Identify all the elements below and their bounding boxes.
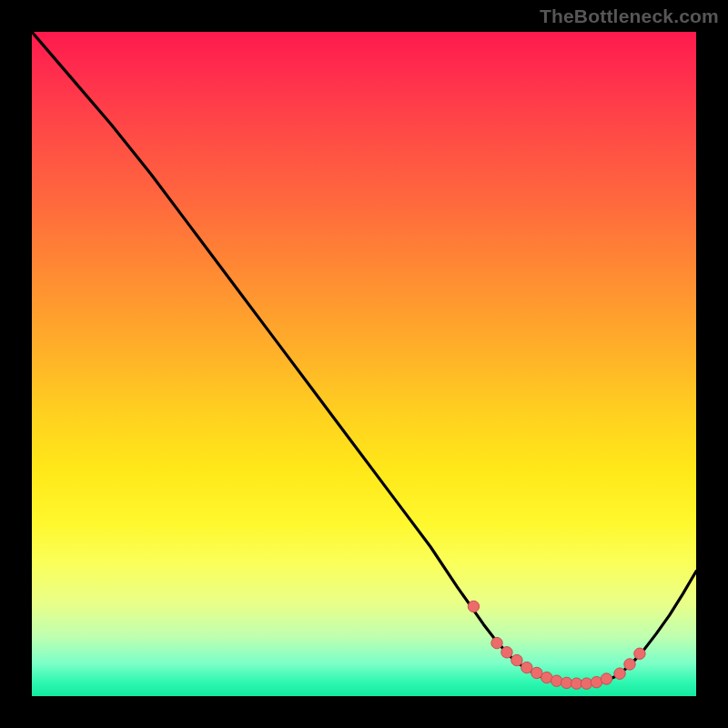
data-dot (468, 601, 479, 612)
chart-frame: TheBottleneck.com (0, 0, 728, 728)
data-dot (601, 673, 612, 684)
attribution-text: TheBottleneck.com (540, 5, 719, 27)
data-dots (468, 601, 645, 689)
curve-svg (32, 32, 696, 696)
bottleneck-curve (32, 32, 696, 683)
data-dot (581, 678, 592, 689)
data-dot (634, 648, 645, 659)
data-dot (501, 647, 512, 658)
data-dot (521, 662, 532, 672)
plot-area (32, 32, 696, 696)
data-dot (511, 654, 522, 665)
data-dot (491, 637, 502, 648)
data-dot (551, 675, 562, 686)
data-dot (624, 659, 635, 670)
data-dot (614, 668, 625, 679)
